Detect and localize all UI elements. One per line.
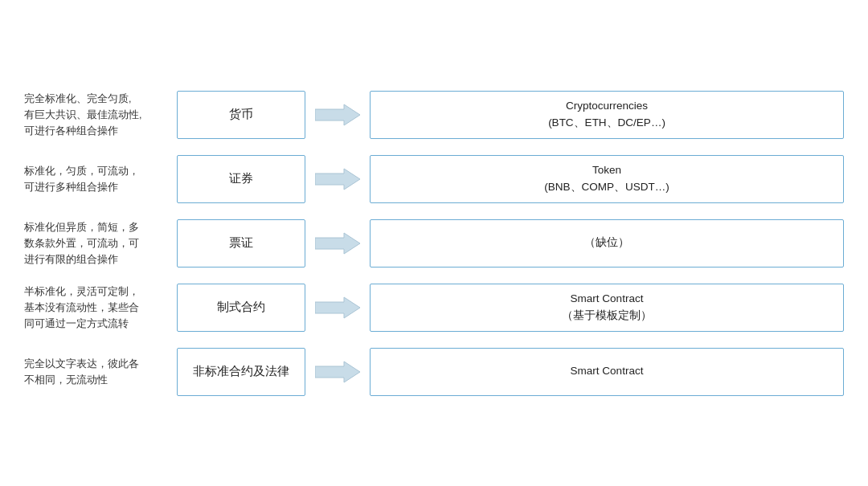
row-result-box: Cryptocurrencies(BTC、ETH、DC/EP…) xyxy=(370,91,844,139)
row-center-box: 证券 xyxy=(177,155,305,203)
row-arrow xyxy=(305,296,370,320)
svg-marker-4 xyxy=(315,361,360,382)
row-arrow xyxy=(305,231,370,255)
row-arrow xyxy=(305,360,370,384)
main-table: 完全标准化、完全匀质, 有巨大共识、最佳流动性, 可进行各种组合操作货币 Cry… xyxy=(24,83,844,404)
row-result-box: （缺位） xyxy=(370,219,844,268)
table-row: 完全以文字表达，彼此各 不相同，无流动性非标准合约及法律 Smart Contr… xyxy=(24,340,844,404)
row-center-box: 制式合约 xyxy=(177,284,305,332)
row-description: 半标准化，灵活可定制， 基本没有流动性，某些合 同可通过一定方式流转 xyxy=(24,284,177,332)
row-description: 标准化，匀质，可流动， 可进行多种组合操作 xyxy=(24,163,177,195)
row-description: 标准化但异质，简短，多 数条款外置，可流动，可 进行有限的组合操作 xyxy=(24,219,177,268)
row-arrow xyxy=(305,167,370,191)
row-arrow xyxy=(305,103,370,127)
svg-marker-1 xyxy=(315,169,360,190)
row-center-box: 货币 xyxy=(177,91,305,139)
svg-marker-2 xyxy=(315,233,360,254)
row-result-box: Smart Contract（基于模板定制） xyxy=(370,284,844,332)
row-description: 完全以文字表达，彼此各 不相同，无流动性 xyxy=(24,356,177,388)
row-center-box: 票证 xyxy=(177,219,305,268)
row-result-box: Smart Contract xyxy=(370,348,844,396)
svg-marker-3 xyxy=(315,297,360,318)
svg-marker-0 xyxy=(315,104,360,125)
row-center-box: 非标准合约及法律 xyxy=(177,348,305,396)
row-description: 完全标准化、完全匀质, 有巨大共识、最佳流动性, 可进行各种组合操作 xyxy=(24,91,177,139)
table-row: 标准化，匀质，可流动， 可进行多种组合操作证券 Token(BNB、COMP、U… xyxy=(24,147,844,211)
table-row: 标准化但异质，简短，多 数条款外置，可流动，可 进行有限的组合操作票证 （缺位） xyxy=(24,211,844,276)
table-row: 完全标准化、完全匀质, 有巨大共识、最佳流动性, 可进行各种组合操作货币 Cry… xyxy=(24,83,844,147)
table-row: 半标准化，灵活可定制， 基本没有流动性，某些合 同可通过一定方式流转制式合约 S… xyxy=(24,276,844,340)
row-result-box: Token(BNB、COMP、USDT…) xyxy=(370,155,844,203)
